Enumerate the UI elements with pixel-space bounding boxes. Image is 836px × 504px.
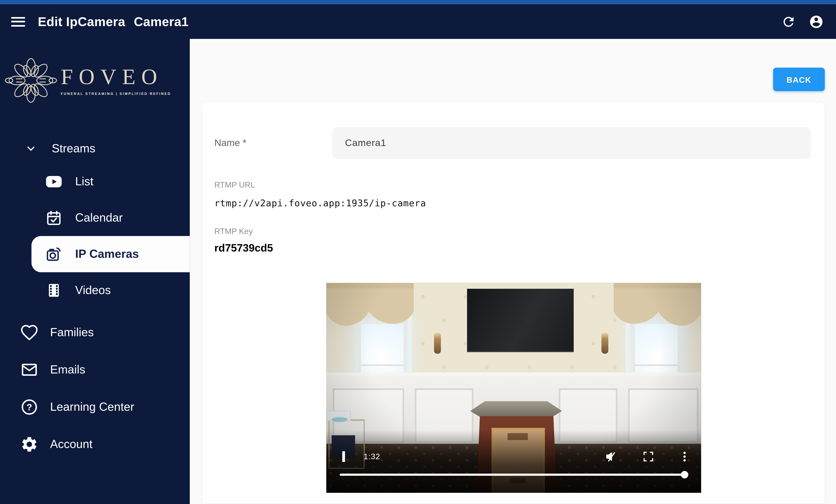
camera-icon [45,246,62,263]
name-input[interactable] [332,127,811,158]
sidebar-group-streams[interactable]: Streams [0,134,190,164]
sidebar-item-list[interactable]: List [0,163,190,200]
app-window: Edit IpCamera Camera1 [0,0,836,504]
sidebar-item-label: Videos [75,284,111,297]
film-icon [45,282,62,299]
chevron-down-icon [25,143,37,155]
pause-icon[interactable] [342,451,351,462]
name-label: Name * [214,137,332,149]
refresh-icon[interactable] [781,14,797,30]
sidebar-item-videos[interactable]: Videos [0,272,190,309]
sidebar-item-ip-cameras[interactable]: IP Cameras [31,236,190,272]
sidebar-item-label: Families [50,326,94,340]
rtmp-key-label: RTMP Key [214,227,252,235]
envelope-icon [20,361,38,379]
edit-camera-card: Name * RTMP URL rtmp://v2api.foveo.app:1… [202,101,825,504]
sidebar-item-label: Emails [50,363,86,377]
kebab-menu-icon[interactable] [678,450,691,463]
brand-name: FOVEO [61,66,171,88]
back-button[interactable]: BACK [773,67,825,91]
svg-text:?: ? [26,402,32,412]
fullscreen-icon[interactable] [642,450,655,463]
video-current-time: 1:32 [364,452,380,461]
sidebar-item-label: Learning Center [50,400,134,414]
logo-flower-ornament [4,51,58,110]
sidebar-item-label: List [75,175,94,189]
page-title-entity: Camera1 [134,14,189,29]
page-title-main: Edit IpCamera [38,14,125,29]
sidebar-item-label: Account [50,438,93,451]
gear-icon [20,435,38,453]
sidebar-item-label: Calendar [75,211,123,225]
main-content: BACK Name * RTMP URL rtmp://v2api.foveo.… [190,39,836,504]
play-icon [45,173,62,190]
rtmp-url-value: rtmp://v2api.foveo.app:1935/ip-camera [214,198,426,208]
hamburger-icon[interactable] [11,17,25,26]
video-progress-bar[interactable] [340,474,688,476]
brand-logo: FOVEO FUNERAL STREAMING | SIMPLIFIED REF… [0,39,190,110]
rtmp-url-label: RTMP URL [214,180,255,189]
sidebar-item-emails[interactable]: Emails [0,351,190,388]
calendar-icon [45,209,62,227]
video-progress-knob[interactable] [681,471,688,479]
sidebar-item-calendar[interactable]: Calendar [0,200,190,236]
brand-tagline: FUNERAL STREAMING | SIMPLIFIED REFINED [61,92,171,95]
sidebar: FOVEO FUNERAL STREAMING | SIMPLIFIED REF… [0,39,190,504]
sidebar-item-label: IP Cameras [75,247,139,261]
sidebar-item-learning-center[interactable]: ? Learning Center [0,388,190,426]
sidebar-item-families[interactable]: Families [0,314,190,351]
sidebar-nav: Streams List Calendar IP Cameras [0,134,190,463]
account-circle-icon[interactable] [808,14,824,30]
page-title: Edit IpCamera Camera1 [38,14,189,29]
muted-speaker-icon[interactable] [605,450,618,463]
heart-icon [20,323,38,342]
rtmp-key-value: rd75739cd5 [214,242,273,254]
sidebar-group-label: Streams [52,142,95,156]
name-field-row: Name * [214,127,811,159]
app-header: Edit IpCamera Camera1 [0,4,836,39]
browser-top-strip [0,0,836,4]
video-controls: 1:32 [326,449,701,465]
sidebar-item-account[interactable]: Account [0,426,190,463]
question-icon: ? [20,398,38,416]
video-player[interactable]: 1:32 [326,283,701,493]
